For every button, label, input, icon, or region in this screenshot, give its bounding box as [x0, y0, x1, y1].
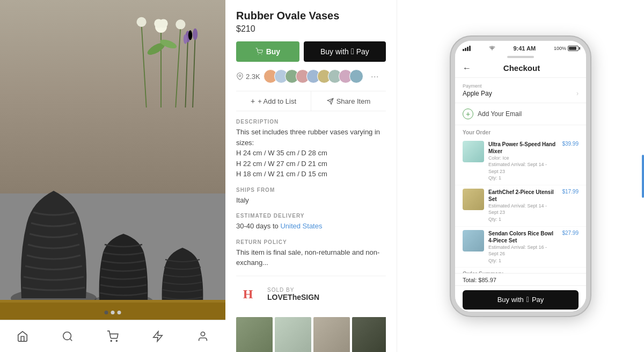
svg-point-21: [63, 332, 71, 340]
svg-point-9: [175, 19, 185, 29]
add-to-list-button[interactable]: + + Add to List: [236, 91, 311, 111]
svg-line-22: [70, 339, 72, 341]
payment-label: Payment: [463, 83, 579, 89]
nav-search[interactable]: [62, 331, 74, 342]
total-amount: Total: $85.97: [463, 277, 579, 283]
order-item-2: EarthChef 2-Piece Utensil Set Estimated …: [455, 185, 586, 227]
svg-point-28: [261, 54, 262, 55]
order-item-image-2: [463, 189, 484, 210]
order-item-image-1: [463, 141, 484, 162]
order-item-info-2: EarthChef 2-Piece Utensil Set Estimated …: [488, 189, 558, 223]
wifi-icon: [489, 46, 495, 51]
svg-line-1: [142, 24, 147, 107]
return-policy-label: RETURN POLICY: [236, 239, 386, 245]
checkout-title: Checkout: [475, 63, 568, 73]
flower-decoration: [113, 0, 209, 107]
back-button[interactable]: ←: [463, 63, 471, 73]
battery-icon: [568, 46, 579, 51]
add-email-icon: +: [463, 109, 473, 119]
buy-buttons-row: Buy Buy with  Pay: [236, 41, 386, 62]
apple-logo-icon: : [351, 47, 354, 56]
seller-name: LOVETheSIGN: [267, 293, 319, 301]
thumbnail-1[interactable]: [236, 317, 273, 353]
order-item-qty-3: Qty: 1: [488, 257, 558, 264]
thumbnail-2[interactable]: [275, 317, 311, 353]
svg-marker-25: [153, 331, 163, 341]
order-item-3: Sendan Colors Rice Bowl 4-Piece Set Esti…: [455, 227, 586, 268]
more-options-icon[interactable]: ···: [371, 71, 379, 82]
avatar-group: [264, 69, 363, 83]
phone-status-bar: 9:41 AM 100%: [455, 41, 586, 56]
bottom-navigation: [0, 320, 225, 352]
product-info-column: Rubber Ovale Vases $210 Buy Buy with  P…: [225, 0, 397, 352]
ships-from-label: SHIPS FROM: [236, 187, 386, 193]
delivery-link[interactable]: United States: [280, 222, 322, 230]
nav-cart[interactable]: [107, 331, 119, 342]
svg-point-7: [159, 19, 167, 27]
phone-apple-pay-button[interactable]: Buy with  Pay: [463, 290, 579, 310]
order-item-image-3: [463, 230, 484, 252]
thumbnail-4[interactable]: [352, 317, 386, 353]
svg-line-11: [193, 37, 195, 107]
phone-mockup: 9:41 AM 100% ← Checkout: [451, 37, 590, 316]
order-item-info-1: Ultra Power 5-Speed Hand Mixer Color: Ic…: [488, 141, 558, 182]
order-item-qty-1: Qty: 1: [488, 175, 558, 182]
social-count: 2.3K: [236, 73, 260, 81]
payment-section[interactable]: Payment Apple Pay ›: [455, 78, 586, 103]
order-summary-label: Order Summary: [455, 268, 586, 272]
nav-profile[interactable]: [197, 331, 209, 342]
add-email-label: Add Your Email: [478, 110, 522, 118]
order-item-1: Ultra Power 5-Speed Hand Mixer Color: Ic…: [455, 138, 586, 185]
order-item-arrival-1: Estimated Arrival: Sept 14 - Sept 23: [488, 161, 558, 175]
svg-point-14: [188, 30, 192, 40]
add-email-row[interactable]: + Add Your Email: [455, 103, 586, 125]
pagination-dots: [105, 311, 121, 314]
order-item-name-1: Ultra Power 5-Speed Hand Mixer: [488, 141, 558, 155]
order-item-price-2: $17.99: [562, 189, 579, 223]
phone-speaker: [507, 56, 534, 58]
nav-home[interactable]: [17, 331, 28, 342]
description-label: DESCRIPTION: [236, 119, 386, 125]
apple-logo-phone-icon: : [526, 296, 529, 304]
order-item-name-3: Sendan Colors Rice Bowl 4-Piece Set: [488, 230, 558, 244]
payment-value: Apple Pay ›: [463, 90, 579, 97]
svg-line-2: [175, 27, 180, 107]
seller-info-block: SOLD BY LOVETheSIGN: [267, 287, 319, 301]
social-row: 2.3K ···: [236, 69, 386, 83]
order-item-arrival-3: Estimated Arrival: Sept 16 - Sept 26: [488, 244, 558, 257]
pin-icon: [236, 73, 244, 80]
phone-container: 9:41 AM 100% ← Checkout: [397, 0, 644, 352]
phone-scroll-area[interactable]: Payment Apple Pay › + Add Your Email You…: [455, 78, 586, 273]
phone-screen: ← Checkout Payment Apple Pay › +: [455, 59, 586, 315]
description-content: This set includes three rubber vases var…: [236, 127, 386, 179]
share-item-button[interactable]: Share Item: [311, 91, 386, 111]
svg-point-13: [184, 34, 187, 44]
order-item-price-1: $39.99: [562, 141, 579, 182]
buy-button[interactable]: Buy: [236, 41, 299, 62]
nav-flash[interactable]: [152, 331, 164, 342]
product-image-area: [0, 0, 225, 352]
battery-indicator: 100%: [554, 46, 579, 51]
svg-point-24: [116, 340, 117, 341]
apple-pay-button[interactable]: Buy with  Pay: [304, 41, 386, 62]
dot-2: [111, 311, 115, 314]
share-icon: [327, 98, 334, 105]
signal-icon: [463, 46, 471, 51]
seller-logo: H: [236, 283, 260, 306]
svg-point-26: [201, 332, 204, 335]
cart-icon: [255, 48, 263, 55]
thumbnail-3[interactable]: [313, 317, 350, 353]
total-row: Total: $85.97: [455, 273, 586, 285]
product-detail-panel: Rubber Ovale Vases $210 Buy Buy with  P…: [225, 0, 644, 352]
phone-buy-section: Buy with  Pay: [455, 285, 586, 315]
svg-rect-20: [0, 300, 225, 303]
svg-point-29: [239, 75, 241, 77]
order-item-name-2: EarthChef 2-Piece Utensil Set: [488, 189, 558, 203]
product-price: $210: [236, 24, 386, 34]
product-title: Rubber Ovale Vases: [236, 10, 386, 22]
order-item-price-3: $27.99: [562, 230, 579, 264]
svg-line-10: [185, 39, 188, 107]
seller-row: H SOLD BY LOVETheSIGN: [236, 276, 386, 313]
svg-point-23: [111, 340, 112, 341]
seller-logo-icon: H: [243, 287, 253, 301]
